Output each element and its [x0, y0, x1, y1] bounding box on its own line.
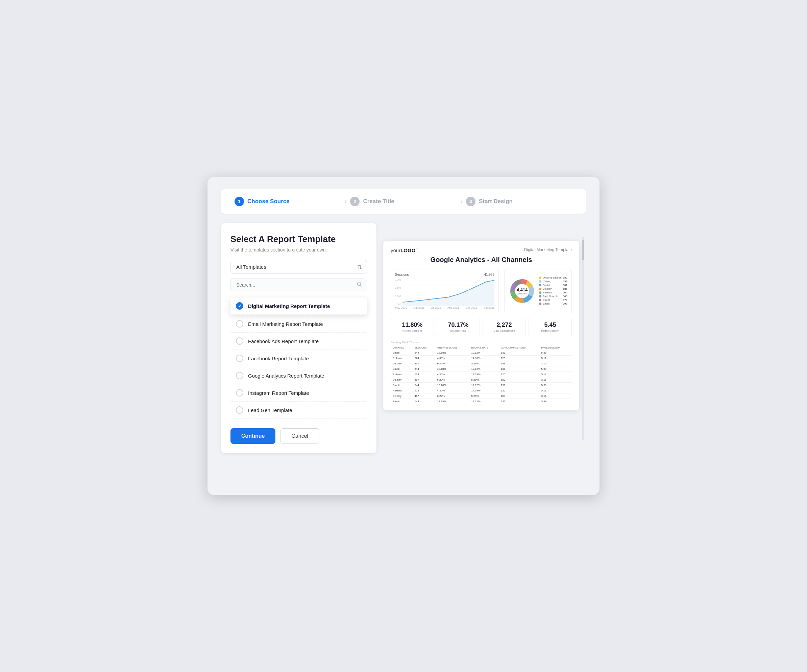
legend-dot-direct [539, 299, 541, 301]
legend-dot-social [539, 284, 541, 286]
template-label-facebook: Facebook Report Template [248, 356, 309, 361]
table-cell: Email [391, 350, 413, 356]
radio-instagram [236, 389, 243, 396]
scrollbar-thumb[interactable] [582, 240, 584, 260]
preview-charts: Sessions 41,965 2,000 1,500 1,000 500 [391, 269, 572, 313]
stats-row: 11.80% % New Sessions 70.17% Bounce Rate… [391, 318, 572, 336]
table-header-row: Channel Sessions %New Sessions Bounce Ra… [391, 345, 572, 350]
template-item-facebook[interactable]: Facebook Report Template [231, 350, 367, 367]
table-note: Showing 10 off 20 rows [391, 341, 572, 344]
table-cell: 189 [499, 361, 539, 366]
legend-dot-paid [539, 295, 541, 298]
table-cell: 544 [413, 350, 435, 356]
table-cell: Display [391, 377, 413, 383]
preview-template-name: Digital Marketing Template [524, 248, 572, 252]
stat-value-goals: 2,272 [486, 321, 523, 329]
template-item-google-analytics[interactable]: Google Analytics Report Template [231, 367, 367, 384]
th-sessions: Sessions [413, 345, 435, 350]
preview-main-title: Google Analytics - All Channels [391, 256, 572, 264]
table-cell: 6.22% [435, 377, 469, 383]
step-2-label: Create Title [363, 198, 394, 205]
template-dropdown-container: All Templates Marketing Social Media Ana… [231, 260, 367, 274]
logo-bold: LOGO [400, 248, 415, 253]
table-row: Email54412.18%12.12%1315.39 [391, 350, 572, 356]
table-cell: 6.22% [435, 393, 469, 399]
template-item-lead-gen[interactable]: Lead Gen Template [231, 402, 367, 419]
stat-label-new-sessions: % New Sessions [394, 329, 431, 332]
table-row: Email54412.18%12.12%1315.39 [391, 366, 572, 372]
table-cell: Email [391, 383, 413, 388]
table-cell: 14.39% [469, 372, 499, 377]
table-cell: 12.12% [469, 399, 499, 404]
search-input[interactable] [231, 279, 367, 291]
template-item-facebook-ads[interactable]: Facebook Ads Report Template [231, 333, 367, 350]
table-row: Referral5244.30%14.39%1255.11 [391, 388, 572, 393]
radio-facebook-ads [236, 338, 243, 345]
table-cell: 4.30% [435, 356, 469, 361]
template-label-google-analytics: Google Analytics Report Template [248, 373, 324, 379]
table-cell: Referral [391, 388, 413, 393]
legend-item-paid: Paid Search505 [539, 295, 568, 298]
table-cell: Email [391, 366, 413, 372]
template-item-digital-marketing[interactable]: Digital Marketing Report Template [231, 298, 367, 315]
table-cell: 12.18% [435, 350, 469, 356]
table-cell: 5.11 [539, 388, 572, 393]
template-item-email-marketing[interactable]: Email Marketing Report Template [231, 315, 367, 333]
table-cell: 524 [413, 388, 435, 393]
radio-google-analytics [236, 372, 243, 379]
radio-email-marketing [236, 320, 243, 328]
chart-legend: Organic Search687 (Other)659 Social601 [539, 276, 568, 306]
th-pages: Pages/Session [539, 345, 572, 350]
legend-item-direct: Direct470 [539, 298, 568, 301]
table-cell: Display [391, 393, 413, 399]
table-cell: 5.11 [539, 372, 572, 377]
stat-value-pages: 5.45 [531, 321, 569, 329]
table-cell: 5.39 [539, 383, 572, 388]
legend-dot-email [539, 303, 541, 305]
line-chart-container: Sessions 41,965 2,000 1,500 1,000 500 [391, 269, 499, 313]
table-cell: 544 [413, 366, 435, 372]
template-label-digital-marketing: Digital Marketing Report Template [248, 303, 330, 309]
th-new-sessions: %New Sessions [435, 345, 469, 350]
stat-value-new-sessions: 11.80% [394, 321, 431, 329]
chart-title-row: Sessions 41,965 [395, 273, 495, 276]
table-cell: Display [391, 361, 413, 366]
preview-card: yourLOGO™ Digital Marketing Template Goo… [383, 241, 579, 410]
template-dropdown[interactable]: All Templates Marketing Social Media Ana… [231, 260, 367, 274]
table-cell: 12.12% [469, 350, 499, 356]
radio-digital-marketing [236, 302, 243, 309]
table-cell: 131 [499, 350, 539, 356]
table-row: Email54412.18%12.12%1315.39 [391, 399, 572, 404]
step-create-title[interactable]: 2 Create Title [350, 197, 457, 206]
table-cell: 4.30% [435, 388, 469, 393]
table-cell: 125 [499, 356, 539, 361]
legend-item-email: Email398 [539, 302, 568, 305]
template-label-lead-gen: Lead Gen Template [248, 408, 292, 413]
template-label-facebook-ads: Facebook Ads Report Template [248, 338, 319, 344]
scrollbar-track[interactable] [582, 236, 584, 440]
table-row: Email54412.18%12.12%1315.39 [391, 383, 572, 388]
table-cell: 3.15 [539, 361, 572, 366]
th-goals: Goal Completions [499, 345, 539, 350]
table-cell: 189 [499, 393, 539, 399]
table-cell: 14.39% [469, 356, 499, 361]
donut-chart-container: 4,414 Sessions Organic Search687 [504, 269, 572, 313]
legend-item-social: Social601 [539, 284, 568, 287]
table-cell: 524 [413, 356, 435, 361]
cancel-button[interactable]: Cancel [280, 428, 319, 444]
continue-button[interactable]: Continue [231, 428, 276, 444]
table-body: Email54412.18%12.12%1315.39Referral5244.… [391, 350, 572, 404]
step-choose-source[interactable]: 1 Choose Source [234, 197, 341, 206]
table-cell: 524 [413, 372, 435, 377]
search-wrapper [231, 279, 367, 291]
panel-subtitle: Visit the templates section to create yo… [231, 247, 367, 253]
logo-sup: ™ [415, 248, 418, 251]
table-row: Display4676.22%5.29%1893.15 [391, 361, 572, 366]
step-start-design[interactable]: 3 Start Design [466, 197, 573, 206]
table-cell: 467 [413, 361, 435, 366]
legend-dot-other [539, 280, 541, 283]
template-item-instagram[interactable]: Instagram Report Template [231, 384, 367, 402]
app-container: 1 Choose Source › 2 Create Title › 3 Sta… [208, 177, 599, 495]
table-cell: 3.15 [539, 393, 572, 399]
table-cell: 5.39 [539, 366, 572, 372]
